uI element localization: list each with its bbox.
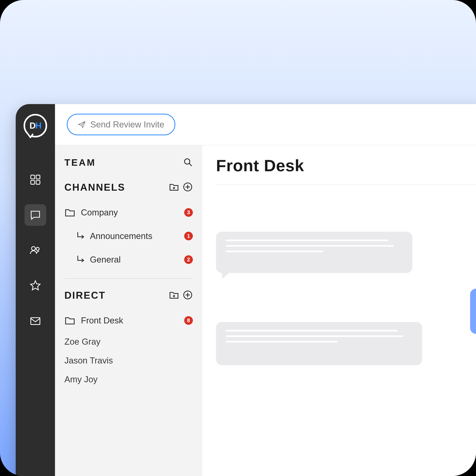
add-direct-folder-icon[interactable] <box>169 290 179 301</box>
channels-header-row: CHANNELS <box>64 182 193 193</box>
logo-text: DH <box>30 121 41 131</box>
unread-badge: 2 <box>184 255 193 264</box>
channel-announcements[interactable]: Announcements 1 <box>64 225 193 247</box>
page-title: Front Desk <box>216 156 476 185</box>
nav-grid-icon[interactable] <box>25 169 46 190</box>
svg-rect-0 <box>31 175 34 179</box>
nav-rail: DH <box>16 104 55 476</box>
unread-badge: 3 <box>184 208 193 217</box>
channel-label: General <box>90 255 121 265</box>
topbar: Send Review Invite <box>55 104 476 145</box>
add-folder-icon[interactable] <box>169 182 179 193</box>
split-pane: TEAM CHANNELS <box>55 145 476 476</box>
direct-folder-label: Front Desk <box>81 316 123 325</box>
nav-people-icon[interactable] <box>25 239 46 261</box>
sidebar-divider <box>64 278 193 279</box>
sidebar: TEAM CHANNELS <box>55 145 202 476</box>
team-title: TEAM <box>64 157 96 168</box>
direct-user[interactable]: Zoe Gray <box>64 333 193 350</box>
nav-chat-icon[interactable] <box>25 204 46 226</box>
message-bubble <box>216 322 422 365</box>
direct-user[interactable]: Amy Joy <box>64 371 193 388</box>
outgoing-message-bubble <box>470 289 476 334</box>
channel-label: Company <box>81 207 118 217</box>
search-icon[interactable] <box>183 157 193 168</box>
add-direct-icon[interactable] <box>183 290 193 301</box>
app-logo[interactable]: DH <box>24 114 47 137</box>
unread-badge: 8 <box>184 316 193 325</box>
subitem-arrow-icon <box>75 231 86 241</box>
team-header-row: TEAM <box>64 157 193 168</box>
direct-title: DIRECT <box>64 290 106 301</box>
svg-rect-6 <box>31 318 40 324</box>
subitem-arrow-icon <box>75 254 86 265</box>
svg-point-4 <box>32 247 35 250</box>
app-window: DH Send <box>16 104 476 476</box>
direct-user[interactable]: Jason Travis <box>64 352 193 369</box>
direct-folder-front-desk[interactable]: Front Desk 8 <box>64 310 193 331</box>
logo-d: D <box>30 121 35 131</box>
nav-star-icon[interactable] <box>25 275 46 297</box>
main-divider <box>216 185 476 185</box>
svg-point-5 <box>36 247 39 251</box>
svg-rect-2 <box>31 180 34 184</box>
folder-icon <box>64 315 75 326</box>
send-review-label: Send Review Invite <box>90 119 164 129</box>
svg-rect-1 <box>36 175 40 179</box>
main-panel: Front Desk <box>202 145 476 476</box>
svg-rect-3 <box>36 180 40 184</box>
message-bubble <box>216 232 412 273</box>
send-review-invite-button[interactable]: Send Review Invite <box>67 114 175 135</box>
channels-title: CHANNELS <box>64 182 125 193</box>
svg-line-9 <box>189 163 192 166</box>
direct-header-row: DIRECT <box>64 290 193 301</box>
paper-plane-icon <box>78 120 86 128</box>
svg-point-8 <box>185 159 190 164</box>
nav-mail-icon[interactable] <box>25 310 46 332</box>
channel-label: Announcements <box>90 231 152 241</box>
unread-badge: 1 <box>184 232 193 240</box>
folder-icon <box>64 207 75 218</box>
channel-folder-company[interactable]: Company 3 <box>64 202 193 223</box>
channel-general[interactable]: General 2 <box>64 249 193 271</box>
app-frame: DH Send <box>0 0 476 476</box>
add-channel-icon[interactable] <box>183 182 193 193</box>
logo-h: H <box>35 121 41 131</box>
content-area: Send Review Invite TEAM CHANNELS <box>55 104 476 476</box>
